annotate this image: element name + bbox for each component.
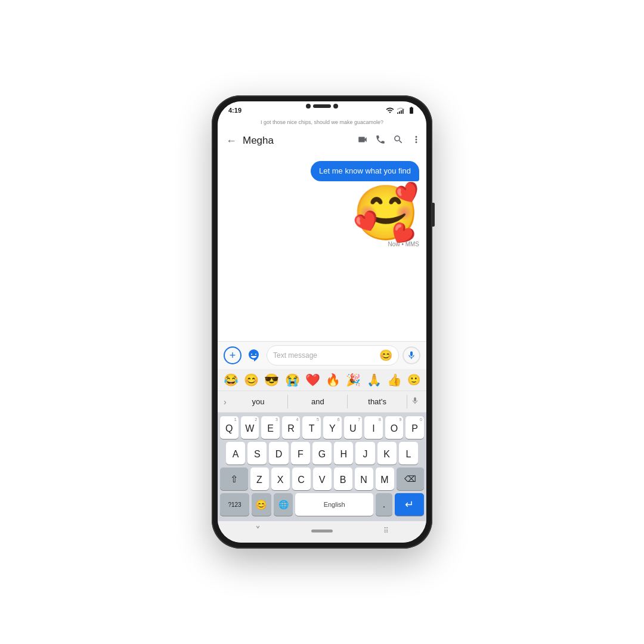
emoji-quick-bar: 😂 😊 😎 😭 ❤️ 🔥 🎉 🙏 👍 🙂: [218, 369, 426, 391]
app-bar: ← Megha: [218, 128, 426, 154]
messages-area: Let me know what you find 🥰 Now • MMS: [218, 154, 426, 341]
key-b[interactable]: B: [334, 467, 352, 490]
key-p[interactable]: 0P: [405, 416, 424, 439]
suggestion-mic-icon[interactable]: [407, 395, 423, 408]
expand-suggestions-button[interactable]: ›: [221, 396, 229, 408]
emoji-party[interactable]: 🎉: [346, 373, 361, 387]
more-icon[interactable]: [411, 134, 422, 147]
suggestion-and[interactable]: and: [288, 395, 348, 408]
emoji-thumbsup[interactable]: 👍: [387, 373, 402, 387]
keyboard: 1Q 2W 3E 4R 5T 6Y 7U 8I 9O 0P A S D F G …: [218, 413, 426, 521]
emoji-smile[interactable]: 😊: [244, 373, 259, 387]
keyboard-row-1: 1Q 2W 3E 4R 5T 6Y 7U 8I 9O 0P: [220, 416, 424, 439]
contact-name: Megha: [243, 135, 357, 147]
mic-button[interactable]: [402, 346, 420, 364]
suggestions-bar: › you and that's: [218, 391, 426, 413]
key-l[interactable]: L: [399, 442, 418, 465]
key-c[interactable]: C: [292, 467, 311, 490]
emoji-button[interactable]: 😊: [379, 349, 392, 362]
emoji-pray[interactable]: 🙏: [367, 373, 382, 387]
emoji-crying[interactable]: 😭: [285, 373, 300, 387]
svg-rect-2: [401, 110, 402, 114]
wifi-icon: [386, 106, 394, 114]
key-u[interactable]: 7U: [344, 416, 363, 439]
key-m[interactable]: M: [376, 467, 394, 490]
camera-area: [306, 104, 338, 109]
message-input-field[interactable]: Text message 😊: [267, 345, 399, 366]
emoji-fire[interactable]: 🔥: [326, 373, 340, 387]
key-s[interactable]: S: [247, 442, 267, 465]
key-r[interactable]: 4R: [282, 416, 301, 439]
search-icon[interactable]: [393, 134, 404, 147]
emoji-picker-icon[interactable]: 🙂: [407, 373, 420, 386]
keyboard-row-2: A S D F G H J K L: [220, 442, 424, 465]
key-a[interactable]: A: [226, 442, 245, 465]
svg-rect-1: [399, 112, 400, 114]
language-key[interactable]: 🌐: [274, 493, 293, 516]
back-button[interactable]: ←: [222, 132, 240, 150]
key-e[interactable]: 3E: [261, 416, 280, 439]
camera-dot-2: [333, 104, 338, 109]
period-key[interactable]: .: [376, 493, 392, 516]
shift-key[interactable]: ⇧: [220, 467, 248, 490]
speaker-bar: [313, 104, 331, 108]
sticker-button[interactable]: [245, 346, 263, 364]
key-j[interactable]: J: [355, 442, 374, 465]
key-w[interactable]: 2W: [241, 416, 259, 439]
enter-key[interactable]: ↵: [395, 493, 424, 516]
big-emoji: 🥰: [352, 186, 419, 240]
key-n[interactable]: N: [355, 467, 373, 490]
add-attachment-button[interactable]: +: [224, 346, 242, 364]
suggestion-you[interactable]: you: [229, 395, 289, 408]
emoji-sunglasses[interactable]: 😎: [264, 373, 279, 387]
phone-icon[interactable]: [375, 134, 386, 147]
prev-message-hint: I got those nice chips, should we make g…: [218, 118, 426, 128]
camera-dot: [306, 104, 311, 109]
sticker-icon: [247, 348, 261, 363]
message-meta: Now • MMS: [388, 241, 419, 247]
key-q[interactable]: 1Q: [220, 416, 239, 439]
emoji-laughing[interactable]: 😂: [224, 373, 239, 387]
svg-rect-0: [397, 113, 398, 114]
key-x[interactable]: X: [271, 467, 290, 490]
key-v[interactable]: V: [313, 467, 332, 490]
message-input-placeholder: Text message: [273, 351, 377, 360]
emoji-heart[interactable]: ❤️: [305, 373, 320, 387]
keyboard-row-4: ?123 😊 🌐 English . ↵: [220, 493, 424, 516]
svg-rect-3: [402, 109, 404, 114]
key-h[interactable]: H: [334, 442, 353, 465]
video-call-icon[interactable]: [357, 134, 368, 147]
key-g[interactable]: G: [312, 442, 332, 465]
status-icons: [386, 106, 416, 114]
key-z[interactable]: Z: [250, 467, 269, 490]
space-key[interactable]: English: [295, 493, 373, 516]
volume-button: [432, 203, 435, 227]
nav-chevron[interactable]: ˅: [255, 524, 261, 537]
mic-icon: [407, 351, 416, 360]
keyboard-row-3: ⇧ Z X C V B N M ⌫: [220, 467, 424, 490]
emoji-message: 🥰 Now • MMS: [352, 186, 419, 247]
key-o[interactable]: 9O: [385, 416, 404, 439]
message-input-area: + Text message 😊: [218, 341, 426, 369]
emoji-keyboard-key[interactable]: 😊: [252, 493, 271, 516]
message-bubble-text: Let me know what you find: [311, 161, 419, 181]
key-f[interactable]: F: [291, 442, 310, 465]
status-time: 4:19: [228, 107, 242, 114]
phone-device: 4:19 I: [212, 95, 432, 549]
key-t[interactable]: 5T: [302, 416, 321, 439]
app-bar-actions: [357, 134, 422, 147]
backspace-key[interactable]: ⌫: [397, 467, 425, 490]
nav-home-pill[interactable]: [311, 530, 333, 532]
key-d[interactable]: D: [269, 442, 288, 465]
key-k[interactable]: K: [377, 442, 397, 465]
signal-icon: [397, 106, 405, 114]
phone-screen: 4:19 I: [218, 101, 426, 543]
plus-icon: +: [230, 349, 236, 362]
bottom-navigation-bar: ˅ ⠿: [218, 521, 426, 543]
suggestion-thats[interactable]: that's: [348, 395, 407, 408]
key-y[interactable]: 6Y: [323, 416, 342, 439]
battery-icon: [407, 106, 416, 114]
key-i[interactable]: 8I: [364, 416, 383, 439]
nav-overview[interactable]: ⠿: [383, 527, 389, 535]
symbols-key[interactable]: ?123: [220, 493, 249, 516]
